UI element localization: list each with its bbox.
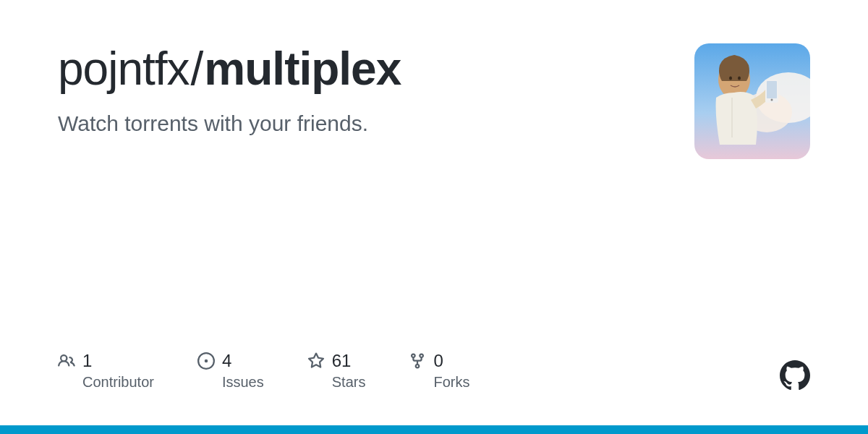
avatar-image: [694, 43, 810, 159]
stars-label: Stars: [332, 374, 366, 391]
stats-row: 1 Contributor 4 Issues 61: [58, 351, 810, 391]
forks-count: 0: [433, 351, 443, 371]
fork-icon: [409, 352, 426, 370]
accent-bar: [0, 425, 868, 434]
stat-contributors[interactable]: 1 Contributor: [58, 351, 154, 391]
forks-label: Forks: [433, 374, 469, 391]
stars-count: 61: [332, 351, 352, 371]
stat-forks[interactable]: 0 Forks: [409, 351, 469, 391]
header-row: pojntfx/multiplex Watch torrents with yo…: [58, 43, 810, 159]
svg-point-8: [771, 99, 773, 101]
repo-title: pojntfx/multiplex: [58, 43, 665, 94]
contributors-count: 1: [82, 351, 92, 371]
avatar[interactable]: [694, 43, 810, 159]
people-icon: [58, 352, 75, 370]
star-icon: [307, 352, 325, 370]
stat-issues[interactable]: 4 Issues: [197, 351, 264, 391]
repo-card: pojntfx/multiplex Watch torrents with yo…: [0, 0, 868, 434]
issues-count: 4: [222, 351, 231, 371]
svg-rect-7: [767, 81, 777, 98]
issues-label: Issues: [222, 374, 264, 391]
issue-icon: [197, 352, 215, 370]
repo-name[interactable]: multiplex: [204, 43, 401, 95]
repo-separator: /: [191, 43, 203, 95]
title-section: pojntfx/multiplex Watch torrents with yo…: [58, 43, 665, 136]
stat-stars[interactable]: 61 Stars: [307, 351, 366, 391]
svg-point-4: [729, 77, 732, 80]
svg-point-5: [738, 77, 741, 80]
github-logo-icon[interactable]: [780, 360, 810, 391]
repo-description: Watch torrents with your friends.: [58, 111, 665, 136]
repo-owner[interactable]: pojntfx: [58, 43, 190, 95]
stats-group: 1 Contributor 4 Issues 61: [58, 351, 469, 391]
contributors-label: Contributor: [82, 374, 154, 391]
